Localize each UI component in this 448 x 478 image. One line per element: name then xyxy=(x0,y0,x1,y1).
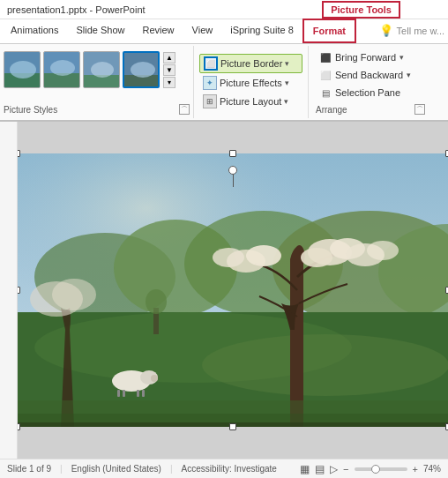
style-scroll-arrows: ▲ ▼ ▾ xyxy=(163,52,175,88)
svg-rect-36 xyxy=(117,390,120,397)
handle-top-mid[interactable] xyxy=(229,150,236,157)
scroll-down[interactable]: ▼ xyxy=(163,64,175,76)
view-slideshow-button[interactable]: ▷ xyxy=(330,463,338,475)
language: English (United States) xyxy=(71,464,161,474)
selection-pane-button[interactable]: ▤ Selection Pane xyxy=(316,85,425,101)
picture-layout-icon: ⊞ xyxy=(203,94,217,108)
bring-forward-icon: ⬛ xyxy=(319,51,332,63)
svg-rect-38 xyxy=(137,390,139,397)
arrange-expand[interactable]: ⌒ xyxy=(414,104,425,115)
zoom-plus[interactable]: + xyxy=(413,464,418,474)
zoom-slider[interactable] xyxy=(355,467,407,471)
scroll-more[interactable]: ▾ xyxy=(163,77,175,88)
tab-view[interactable]: View xyxy=(183,17,222,43)
picture-border-button[interactable]: ⬜ Picture Border ▾ xyxy=(199,54,302,73)
picture-effects-icon: ✦ xyxy=(203,76,217,90)
view-normal-button[interactable]: ▦ xyxy=(300,463,310,475)
handle-bottom-mid[interactable] xyxy=(229,423,236,430)
canvas-area[interactable] xyxy=(18,122,448,459)
style-thumbnails-row: ▲ ▼ ▾ xyxy=(4,51,190,88)
bring-forward-arrow: ▾ xyxy=(399,53,404,62)
app-name: PowerPoint xyxy=(95,4,145,15)
send-backward-label: Send Backward xyxy=(335,70,403,80)
picture-layout-button[interactable]: ⊞ Picture Layout ▾ xyxy=(199,93,302,110)
zoom-level: 74% xyxy=(423,464,441,474)
status-bar: Slide 1 of 9 | English (United States) |… xyxy=(0,459,448,478)
arrange-label: Arrange xyxy=(316,105,347,115)
zoom-minus[interactable]: − xyxy=(343,464,348,474)
picture-border-label: Picture Border xyxy=(220,58,282,69)
zoom-thumb xyxy=(371,465,380,474)
tab-format[interactable]: Format xyxy=(302,19,356,43)
svg-point-24 xyxy=(301,248,332,267)
picture-effects-label: Picture Effects xyxy=(220,78,282,88)
picture-styles-label-row: Picture Styles ⌒ xyxy=(4,102,190,116)
tab-slideshow-label: Slide Show xyxy=(76,25,124,35)
landscape-photo xyxy=(18,153,448,427)
picture-layout-arrow: ▾ xyxy=(284,97,288,106)
tab-review[interactable]: Review xyxy=(133,17,183,43)
arrange-label-row: Arrange ⌒ xyxy=(316,104,425,115)
picture-border-arrow: ▾ xyxy=(285,59,289,68)
svg-point-21 xyxy=(202,334,448,396)
selection-pane-icon: ▤ xyxy=(319,86,332,99)
title-text: presentation1.pptx - PowerPoint xyxy=(7,4,146,15)
arrange-group: ⬛ Bring Forward ▾ ⬜ Send Backward ▾ ▤ Se… xyxy=(309,46,432,118)
send-backward-icon: ⬜ xyxy=(319,69,332,81)
status-right: ▦ ▤ ▷ − + 74% xyxy=(300,463,441,475)
picture-border-icon: ⬜ xyxy=(204,56,218,71)
tab-slideshow[interactable]: Slide Show xyxy=(67,17,133,43)
slide-panel xyxy=(0,122,18,459)
accessibility: Accessibility: Investigate xyxy=(182,464,277,474)
send-backward-button[interactable]: ⬜ Send Backward ▾ xyxy=(316,67,425,83)
slide-info: Slide 1 of 9 xyxy=(7,464,51,474)
style-thumb-3[interactable] xyxy=(83,51,120,88)
picture-effects-arrow: ▾ xyxy=(285,78,289,87)
bring-forward-label: Bring Forward xyxy=(335,52,396,63)
scroll-up[interactable]: ▲ xyxy=(163,52,175,63)
lightbulb-icon: 💡 xyxy=(379,24,393,37)
svg-point-11 xyxy=(131,62,155,78)
send-backward-arrow: ▾ xyxy=(407,71,411,79)
status-separator-1: | xyxy=(60,464,63,474)
picture-tools-banner: Picture Tools xyxy=(322,1,400,19)
tell-me-area[interactable]: 💡 Tell me w... xyxy=(379,24,444,37)
picture-tools-label: Picture Tools xyxy=(331,4,392,15)
tab-ispring[interactable]: iSpring Suite 8 xyxy=(221,17,302,43)
handle-mid-left[interactable] xyxy=(18,287,20,294)
filename: presentation1.pptx xyxy=(7,4,87,15)
svg-rect-37 xyxy=(123,390,125,397)
svg-point-8 xyxy=(91,62,114,78)
style-thumb-2[interactable] xyxy=(43,51,80,88)
tab-animations[interactable]: Animations xyxy=(2,17,67,43)
style-thumb-4-selected[interactable] xyxy=(123,51,160,88)
svg-point-33 xyxy=(146,289,167,314)
svg-point-2 xyxy=(10,61,36,78)
picture-styles-expand[interactable]: ⌒ xyxy=(179,104,190,115)
handle-bottom-left[interactable] xyxy=(18,423,20,430)
style-thumb-1[interactable] xyxy=(4,51,41,88)
svg-point-40 xyxy=(151,375,158,382)
view-reading-button[interactable]: ▤ xyxy=(315,463,325,475)
picture-effects-button[interactable]: ✦ Picture Effects ▾ xyxy=(199,74,302,92)
picture-styles-label: Picture Styles xyxy=(4,105,57,115)
svg-rect-39 xyxy=(142,390,145,397)
ribbon-tabs: Animations Slide Show Review View iSprin… xyxy=(0,19,448,44)
svg-point-26 xyxy=(367,241,399,260)
svg-point-5 xyxy=(50,60,75,76)
tell-me-text: Tell me w... xyxy=(397,26,444,36)
tab-format-label: Format xyxy=(313,26,346,36)
picture-styles-group: ▲ ▼ ▾ Picture Styles ⌒ xyxy=(0,46,194,118)
status-separator-2: | xyxy=(170,464,173,474)
picture-layout-label: Picture Layout xyxy=(220,96,281,107)
bring-forward-button[interactable]: ⬛ Bring Forward ▾ xyxy=(316,49,425,65)
photo-frame[interactable] xyxy=(18,153,448,427)
selection-pane-label: Selection Pane xyxy=(335,87,400,98)
main-area xyxy=(0,122,448,459)
handle-top-left[interactable] xyxy=(18,150,20,157)
ribbon-content: ▲ ▼ ▾ Picture Styles ⌒ ⬜ Picture Border … xyxy=(0,44,448,122)
rotate-handle[interactable] xyxy=(228,166,237,187)
picture-commands-group: ⬜ Picture Border ▾ ✦ Picture Effects ▾ ⊞… xyxy=(194,46,309,118)
svg-point-28 xyxy=(213,248,244,267)
svg-point-29 xyxy=(246,245,281,266)
